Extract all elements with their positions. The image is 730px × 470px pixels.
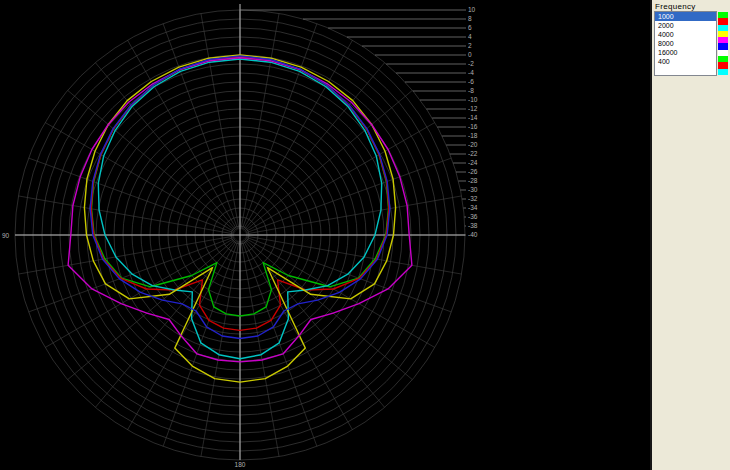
frequency-option[interactable]: 2000 [655,21,716,30]
radial-scale-label: -8 [468,87,474,94]
angle-label-180: 180 [235,461,246,468]
radial-scale-label: 6 [468,24,472,31]
radial-scale-label: 10 [468,6,476,13]
frequency-listbox[interactable]: 100020004000800016000400 [654,11,717,76]
radial-scale-label: -2 [468,60,474,67]
frequency-option[interactable]: 16000 [655,48,716,57]
radial-scale-label: -16 [468,123,478,130]
radial-scale-label: -26 [468,168,478,175]
frequency-option[interactable]: 4000 [655,30,716,39]
radial-scale-label: 0 [468,51,472,58]
radial-scale-label: -28 [468,177,478,184]
radial-scale-label: -12 [468,105,478,112]
polar-chart: 1086420-2-4-6-8-10-12-14-16-18-20-22-24-… [0,0,650,470]
frequency-option[interactable]: 8000 [655,39,716,48]
radial-scale-label: -20 [468,141,478,148]
palette-swatch[interactable] [718,69,728,75]
color-palette [718,12,728,75]
radial-scale-label: -40 [468,231,478,238]
radial-scale-label: -36 [468,213,478,220]
radial-scale-label: -18 [468,132,478,139]
radial-scale-label: -6 [468,78,474,85]
frequency-panel: Frequency 100020004000800016000400 [650,0,730,470]
radial-scale-label: -34 [468,204,478,211]
radial-scale-label: 8 [468,15,472,22]
radial-scale-label: 2 [468,42,472,49]
frequency-option[interactable]: 1000 [655,12,716,21]
polar-chart-area: 1086420-2-4-6-8-10-12-14-16-18-20-22-24-… [0,0,650,470]
angle-label-90: 90 [2,232,10,239]
radial-scale-label: -22 [468,150,478,157]
radial-scale-label: -10 [468,96,478,103]
radial-scale-label: -4 [468,69,474,76]
frequency-option[interactable]: 400 [655,57,716,66]
radial-scale-label: 4 [468,33,472,40]
radial-scale-label: -14 [468,114,478,121]
radial-scale-label: -30 [468,186,478,193]
radial-scale-label: -38 [468,222,478,229]
radial-scale-label: -32 [468,195,478,202]
axis-lines [15,4,465,460]
app-window: 1086420-2-4-6-8-10-12-14-16-18-20-22-24-… [0,0,730,470]
radial-scale-label: -24 [468,159,478,166]
